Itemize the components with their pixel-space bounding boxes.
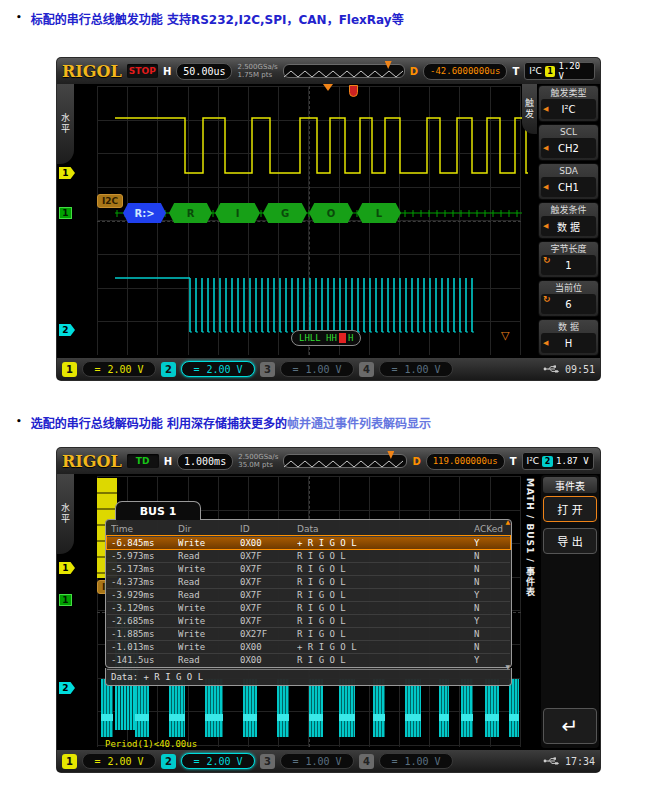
cyan-burst (439, 679, 449, 737)
table-cell: Write (178, 642, 240, 652)
coupling-icon: = (94, 756, 100, 767)
table-cell: R I G O L (297, 629, 474, 639)
menu-item-1[interactable]: 触发类型◀I²C (538, 85, 599, 122)
return-button[interactable]: ↵ (543, 708, 597, 744)
menu-item-3[interactable]: SDA◀CH1 (538, 163, 599, 200)
channel-1-readout[interactable]: =2.00 V (82, 753, 156, 769)
channel-2-badge[interactable]: 2 (161, 362, 176, 377)
bus1-tab[interactable]: BUS 1 (115, 501, 201, 520)
menu-more-icon[interactable]: ▽ (501, 330, 509, 341)
scope1-menu: 触发类型◀I²CSCL◀CH2SDA◀CH1触发条件◀数 据字节长度↻1当前位↻… (538, 85, 599, 356)
bullet-item-2: • 选配的串行总线解码功能 利用深存储捕获更多的帧并通过事件列表解码显示 (16, 414, 431, 431)
column-header-dir: Dir (178, 524, 240, 534)
channel-scale-value: 1.00 V (305, 364, 341, 375)
menu-item-4[interactable]: 触发条件◀数 据 (538, 202, 599, 239)
channel-4-readout[interactable]: =1.00 V (379, 361, 453, 377)
table-cell: N (474, 564, 514, 574)
table-row-7[interactable]: -2.685msWrite0X7FR I G O LY (107, 614, 510, 627)
trigger-status-box: I²C 2 1.87 V (522, 452, 594, 470)
trigger-source-badge: 2 (542, 456, 553, 467)
channel-4-readout[interactable]: =1.00 V (379, 753, 453, 769)
table-cell: Read (178, 551, 240, 561)
table-cell: N (474, 577, 514, 587)
table-header-row: TimeDirIDDataACKed (107, 521, 510, 536)
bullet-icon: • (16, 416, 22, 426)
table-row-5[interactable]: -3.929msRead0X7FR I G O LY (107, 588, 510, 601)
channel-scale-value: 2.00 V (206, 756, 242, 767)
bullet-item-1: • 标配的串行总线触发功能 支持RS232,I2C,SPI，CAN，FlexRa… (16, 10, 404, 27)
cyan-burst (243, 679, 257, 737)
scope1-header: RIGOL STOP H 50.00us 2.500GSa/s 1.75M pt… (57, 58, 600, 84)
table-cell: R I G O L (297, 655, 474, 665)
channel-3-readout[interactable]: =1.00 V (280, 753, 354, 769)
scroll-down-icon[interactable]: ▼ (505, 664, 510, 670)
cyan-burst (509, 679, 519, 737)
table-cell: Read (178, 655, 240, 665)
table-row-2[interactable]: -5.973msRead0X7FR I G O LN (107, 549, 510, 562)
oscilloscope-screenshot-decode: RIGOL TD H 1.000ms 2.500GSa/s 35.0M pts … (57, 448, 600, 772)
scope2-side-tabs[interactable]: MATH / BUS1 / 事件表 (522, 478, 537, 733)
tab-trigger[interactable]: 触发 (522, 84, 537, 134)
trigger-source-badge: 1 (545, 66, 556, 77)
tab-horizontal[interactable]: 水平 (57, 474, 74, 554)
scroll-up-icon[interactable]: ▲ (505, 519, 510, 525)
rigol-logo: RIGOL (62, 452, 122, 471)
coupling-icon: = (193, 756, 199, 767)
export-button[interactable]: 导 出 (543, 528, 597, 554)
table-cell: Y (474, 616, 514, 626)
channel-2-readout[interactable]: =2.00 V (181, 753, 255, 769)
channel-1-badge[interactable]: 1 (62, 754, 77, 769)
table-row-1[interactable]: -6.845msWrite0X00+ R I G O LY (107, 536, 510, 549)
menu-item-6[interactable]: 当前位↻6 (538, 280, 599, 317)
table-cell: R I G O L (297, 564, 474, 574)
horizontal-label: H (164, 456, 172, 467)
column-header-acked: ACKed (474, 524, 514, 534)
table-cell: + R I G O L (297, 642, 474, 652)
acquisition-info: 2.500GSa/s 1.75M pts (237, 63, 277, 79)
channel-3-readout[interactable]: =1.00 V (280, 361, 354, 377)
channel-2-readout[interactable]: =2.00 V (181, 361, 255, 377)
coupling-icon: = (292, 756, 298, 767)
channel-3-badge[interactable]: 3 (260, 362, 275, 377)
oscilloscope-screenshot-trigger: RIGOL STOP H 50.00us 2.500GSa/s 1.75M pt… (57, 58, 600, 380)
trigger-offset-readout: 119.000000us (426, 453, 505, 470)
memory-position-bar[interactable] (283, 64, 405, 78)
menu-item-value: ◀I²C (541, 99, 596, 119)
bullet1-text: 标配的串行总线触发功能 支持RS232,I2C,SPI，CAN，FlexRay等 (31, 10, 404, 27)
menu-item-7[interactable]: 数 据◀H (538, 319, 599, 356)
channel-2-badge[interactable]: 2 (161, 754, 176, 769)
table-row-9[interactable]: -1.013msWrite0X00+ R I G O LN (107, 640, 510, 653)
cyan-burst (339, 679, 355, 737)
tab-horizontal[interactable]: 水平 (57, 84, 74, 164)
table-cell: R I G O L (297, 577, 474, 587)
knob-icon: ↻ (543, 294, 551, 304)
rigol-logo: RIGOL (62, 62, 122, 81)
channel-1-readout[interactable]: =2.00 V (82, 361, 156, 377)
channel-4-badge[interactable]: 4 (359, 754, 374, 769)
menu-item-text: 6 (565, 299, 571, 310)
open-button[interactable]: 打 开 (543, 496, 597, 522)
left-arrow-icon: ◀ (543, 339, 548, 347)
table-row-10[interactable]: -141.5usRead0X00R I G O LY (107, 653, 510, 666)
bus1-position-marker[interactable]: 1 (59, 594, 72, 606)
table-row-3[interactable]: -5.173msWrite0X7FR I G O LN (107, 562, 510, 575)
trigger-type: I²C (529, 66, 542, 76)
table-cell: -3.129ms (111, 603, 178, 613)
trigger-level: 1.87 V (556, 456, 589, 466)
channel-scale-value: 2.00 V (107, 364, 143, 375)
memory-position-bar[interactable] (283, 454, 407, 468)
table-cell: -2.685ms (111, 616, 178, 626)
menu-item-5[interactable]: 字节长度↻1 (538, 241, 599, 278)
table-row-4[interactable]: -4.373msRead0X7FR I G O LN (107, 575, 510, 588)
menu-item-2[interactable]: SCL◀CH2 (538, 124, 599, 161)
channel-1-badge[interactable]: 1 (62, 362, 77, 377)
table-cell: -5.973ms (111, 551, 178, 561)
table-cell: Write (178, 616, 240, 626)
table-cell: Y (474, 538, 514, 548)
channel-4-badge[interactable]: 4 (359, 362, 374, 377)
table-row-8[interactable]: -1.885msWrite0X27FR I G O LN (107, 627, 510, 640)
page: • 标配的串行总线触发功能 支持RS232,I2C,SPI，CAN，FlexRa… (0, 0, 656, 794)
delay-label: D (410, 66, 418, 77)
table-row-6[interactable]: -3.129msWrite0X7FR I G O LN (107, 601, 510, 614)
channel-3-badge[interactable]: 3 (260, 754, 275, 769)
